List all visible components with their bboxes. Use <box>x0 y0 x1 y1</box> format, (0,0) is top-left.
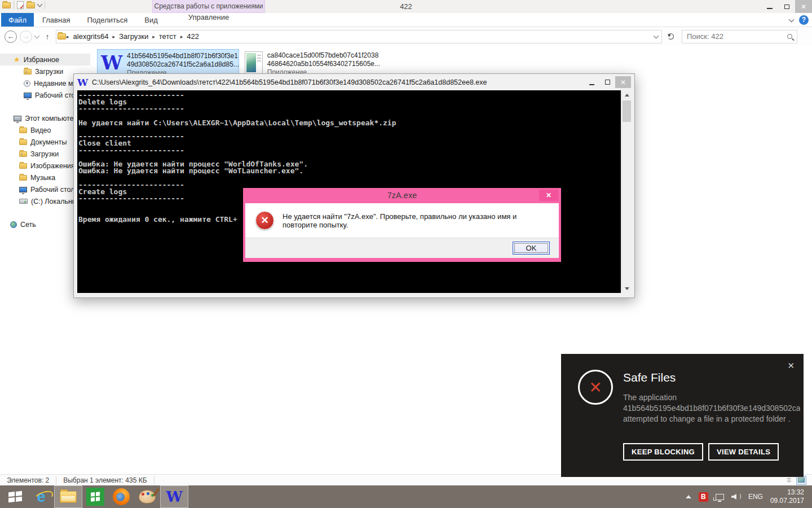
refresh-button[interactable] <box>665 31 676 42</box>
breadcrumb-item[interactable]: alexgrits64 <box>70 32 112 41</box>
date: 09.07.2017 <box>770 497 804 505</box>
explorer-titlebar: ✓ 422 Средства работы с приложениями ✕ <box>0 0 812 13</box>
breadcrumb-item[interactable]: 422 <box>183 32 202 41</box>
downloads-folder-icon <box>19 151 27 157</box>
star-icon: ★ <box>14 55 20 64</box>
taskbar-ie[interactable]: e <box>28 485 54 508</box>
sidebar-label: Загрузки <box>35 68 63 76</box>
time: 13:32 <box>770 488 804 497</box>
volume-icon[interactable] <box>731 493 741 501</box>
ribbon-collapse-chevron-icon[interactable] <box>789 16 795 22</box>
sidebar-label: Загрузки <box>30 150 59 158</box>
desktop-icon <box>24 93 32 98</box>
search-box[interactable]: Поиск: 422 <box>682 30 797 43</box>
tab-file[interactable]: Файл <box>1 13 34 27</box>
start-button[interactable] <box>2 485 28 508</box>
toast-body: The application 41b564b5195e4bd1b8f071b6… <box>623 392 800 424</box>
search-icon[interactable] <box>787 34 792 39</box>
ribbon-tabs: Файл Главная Поделиться Вид Управление ? <box>0 13 812 27</box>
console-minimize-button[interactable] <box>584 76 599 88</box>
documents-folder-icon <box>19 139 27 145</box>
minimize-button[interactable] <box>761 0 778 13</box>
antivirus-icon[interactable]: B <box>699 492 708 502</box>
console-w-icon: W <box>77 77 88 88</box>
pictures-folder-icon <box>19 163 27 169</box>
help-icon[interactable]: ? <box>799 15 809 25</box>
dialog-close-button[interactable]: ✕ <box>539 190 558 201</box>
file-name: 41b564b5195e4bd1b8f071b6f30f3e1 <box>127 52 239 60</box>
sidebar-label: Музыка <box>30 174 55 182</box>
selection-info: Выбран 1 элемент: 435 КБ <box>56 476 153 484</box>
tab-home[interactable]: Главная <box>34 13 78 27</box>
view-details-button[interactable]: VIEW DETAILS <box>708 443 779 461</box>
tray-expand-icon[interactable] <box>686 495 691 498</box>
sidebar-label: Рабочий стол <box>30 186 74 194</box>
breadcrumb-item[interactable]: тетст <box>156 32 180 41</box>
explorer-icon <box>60 491 77 503</box>
taskbar-explorer[interactable] <box>54 485 82 508</box>
toast-close-icon[interactable]: ✕ <box>787 361 795 371</box>
taskbar-paint[interactable] <box>134 485 160 508</box>
console-scrollbar[interactable] <box>621 90 631 293</box>
address-dropdown-chevron-icon[interactable] <box>654 33 659 38</box>
sidebar-label: Избранное <box>24 56 59 64</box>
app-w-icon: W <box>101 52 122 75</box>
error-icon: ✕ <box>255 211 274 230</box>
scroll-down-icon[interactable] <box>622 284 632 293</box>
recent-places-icon <box>24 80 30 87</box>
firefox-icon <box>113 488 130 505</box>
toast-body-line: attempted to change a file in a protecte… <box>623 414 800 424</box>
breadcrumb-item[interactable]: Загрузки <box>116 32 152 41</box>
network-tray-icon[interactable] <box>716 494 724 500</box>
keep-blocking-button[interactable]: KEEP BLOCKING <box>623 443 703 461</box>
windows-logo-icon <box>8 491 22 503</box>
refresh-icon <box>668 33 674 40</box>
drive-icon <box>19 199 28 204</box>
language-indicator[interactable]: ENG <box>748 493 763 501</box>
sidebar-item-favorites[interactable]: ★ Избранное <box>0 54 90 65</box>
sidebar-label: Рабочий стол <box>35 91 79 99</box>
search-placeholder: Поиск: 422 <box>687 32 787 41</box>
file-name: ca840cace15d00f57bdeb07c41f2038 <box>267 51 380 60</box>
back-button[interactable]: ← <box>5 30 17 43</box>
history-chevron-icon[interactable] <box>34 33 40 38</box>
safe-files-toast: ✕ ✕ Safe Files The application 41b564b51… <box>561 354 804 477</box>
restore-button[interactable] <box>778 0 795 13</box>
sidebar-label: Изображения <box>30 162 75 170</box>
ie-icon: e <box>37 489 45 505</box>
ok-button[interactable]: OK <box>513 242 550 255</box>
up-button[interactable]: ↑ <box>42 31 53 42</box>
window-controls: ✕ <box>761 0 812 13</box>
toast-body-line: 41b564b5195e4bd1b8f071b6f30f3e149d308502… <box>623 403 800 414</box>
system-tray: B ENG 13:32 09.07.2017 <box>686 488 812 505</box>
taskbar-w-app[interactable]: W <box>160 485 188 508</box>
tab-share[interactable]: Поделиться <box>78 13 136 27</box>
network-icon <box>10 221 17 228</box>
window-title: 422 <box>0 0 812 13</box>
close-button[interactable]: ✕ <box>795 0 812 13</box>
music-folder-icon <box>19 175 27 181</box>
file-name: 46864620a5b10554f63402715605e... <box>267 60 380 68</box>
error-dialog[interactable]: 7zA.exe ✕ ✕ Не удается найти "7zA.exe". … <box>243 188 561 262</box>
toast-title: Safe Files <box>623 371 676 384</box>
taskbar-firefox[interactable] <box>108 485 134 508</box>
sidebar-label: Видео <box>30 126 51 134</box>
console-maximize-button[interactable] <box>599 76 615 88</box>
address-bar[interactable]: ▸ alexgrits64 ▸ Загрузки ▸ тетст ▸ 422 <box>56 30 662 43</box>
scrollbar-thumb[interactable] <box>623 100 631 122</box>
navigation-bar: ← → ↑ ▸ alexgrits64 ▸ Загрузки ▸ тетст ▸… <box>0 27 812 46</box>
console-titlebar[interactable]: W C:\Users\Alexgrits_64\Downloads\тетст\… <box>74 74 634 90</box>
console-window[interactable]: W C:\Users\Alexgrits_64\Downloads\тетст\… <box>73 73 635 298</box>
clock[interactable]: 13:32 09.07.2017 <box>770 488 806 505</box>
console-close-button[interactable]: ✕ <box>615 76 631 88</box>
dialog-title: 7zA.exe <box>243 188 561 203</box>
taskbar: e W B ENG 13:32 09.07.2017 <box>0 485 812 508</box>
tab-manage[interactable]: Управление <box>152 13 265 21</box>
forward-button[interactable]: → <box>20 30 32 43</box>
items-count: Элементов: 2 <box>0 476 56 484</box>
toast-body-line: The application <box>623 392 800 403</box>
scroll-up-icon[interactable] <box>622 90 632 99</box>
videos-folder-icon <box>19 128 27 133</box>
taskbar-store[interactable] <box>82 485 108 508</box>
sidebar-label: Документы <box>30 138 67 146</box>
